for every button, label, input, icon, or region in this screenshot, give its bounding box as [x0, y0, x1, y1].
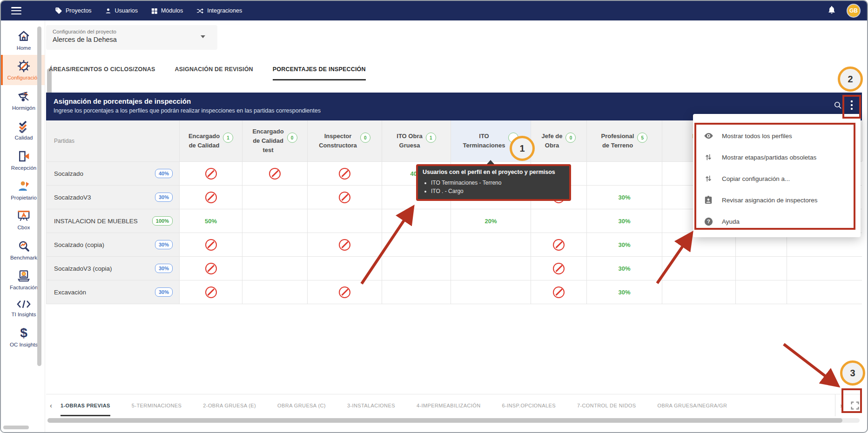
- percentage-cell[interactable]: [308, 186, 382, 209]
- nav-item-proyectos[interactable]: Proyectos: [55, 7, 92, 14]
- swap-icon: [703, 153, 713, 161]
- partida-percentage-badge: 30%: [155, 264, 173, 273]
- tooltip-title: Usuarios con el perfil en el proyecto y …: [423, 169, 565, 175]
- kebab-menu-icon[interactable]: [850, 100, 854, 110]
- nav-item-usuarios[interactable]: Usuarios: [105, 7, 138, 14]
- project-selector[interactable]: Configuración del proyecto Alerces de la…: [46, 25, 217, 50]
- bottom-tab-6-insp-opcionales[interactable]: 6-INSP.OPCIONALES: [502, 394, 555, 416]
- percentage-cell[interactable]: [451, 280, 531, 304]
- menu-item-copiar-configuraci-n-a-[interactable]: Copiar configuración a...: [693, 168, 861, 189]
- partida-cell: SocalzadoV330%: [47, 186, 180, 209]
- percentage-cell[interactable]: [531, 280, 587, 304]
- menu-item-revisar-asignaci-n-de-inspectores[interactable]: Revisar asignación de inspectores: [693, 189, 861, 211]
- percentage-cell[interactable]: [242, 209, 308, 233]
- user-avatar[interactable]: GB: [847, 4, 861, 18]
- percentage-cell[interactable]: [180, 233, 242, 256]
- bottom-tab-5-terminaciones[interactable]: 5-TERMINACIONES: [132, 394, 182, 416]
- bottom-tab-4-impermeabilizaci-n[interactable]: 4-IMPERMEABILIZACIÓN: [417, 394, 481, 416]
- percentage-cell[interactable]: [180, 257, 242, 280]
- sidebar-scrollbar[interactable]: [37, 27, 41, 366]
- percentage-cell[interactable]: [242, 162, 308, 185]
- search-icon[interactable]: [834, 101, 842, 110]
- percentage-cell[interactable]: [587, 162, 662, 185]
- percentage-cell[interactable]: [308, 209, 382, 233]
- project-selector-value: Alerces de la Dehesa: [53, 36, 211, 43]
- table-header-col: InspectorConstructora0: [308, 120, 382, 161]
- percentage-cell[interactable]: [736, 257, 787, 280]
- horizontal-scrollbar-thumb[interactable]: [47, 418, 842, 423]
- percentage-cell[interactable]: [382, 280, 451, 304]
- tab-asignaci-n-de-revisi-n[interactable]: ASIGNACIÓN DE REVISIÓN: [175, 66, 253, 80]
- percentage-cell[interactable]: [308, 233, 382, 256]
- percentage-cell[interactable]: [382, 233, 451, 256]
- percentage-cell[interactable]: [531, 233, 587, 256]
- chevron-down-icon: [201, 35, 205, 38]
- blocked-icon: [205, 286, 217, 298]
- percentage-cell[interactable]: [451, 257, 531, 280]
- percentage-cell[interactable]: [382, 209, 451, 233]
- percentage-cell[interactable]: [180, 162, 242, 185]
- tab-porcentajes-de-inspecci-n[interactable]: PORCENTAJES DE INSPECCIÓN: [273, 66, 366, 80]
- percentage-cell[interactable]: 30%: [587, 233, 662, 256]
- percentage-cell[interactable]: 30%: [587, 209, 662, 233]
- horizontal-scrollbar-track: [47, 418, 860, 423]
- percentage-cell[interactable]: 50%: [180, 209, 242, 233]
- nav-item-integraciones[interactable]: Integraciones: [196, 7, 242, 14]
- menu-item-ayuda[interactable]: ?Ayuda: [693, 211, 861, 232]
- percentage-cell[interactable]: [308, 162, 382, 185]
- percentage-cell[interactable]: 30%: [587, 257, 662, 280]
- menu-item-mostrar-todos-los-perfiles[interactable]: Mostrar todos los perfiles: [693, 125, 861, 147]
- hamburger-menu-icon[interactable]: [11, 7, 21, 14]
- bottom-tab-3-instalaciones[interactable]: 3-INSTALACIONES: [347, 394, 395, 416]
- svg-text:$: $: [20, 326, 27, 340]
- bottom-tab-2-obra-gruesa-e-[interactable]: 2-OBRA GRUESA (E): [203, 394, 256, 416]
- chevron-right-icon[interactable]: ›: [840, 401, 842, 409]
- tab--reas-recintos-o-ciclos-zonas[interactable]: ÁREAS/RECINTOS O CICLOS/ZONAS: [49, 66, 155, 80]
- sidebar-item-label: TI Insights: [11, 311, 36, 318]
- bottom-tab-obra-gruesa-negra-gr[interactable]: OBRA GRUESA/NEGRA/GR: [658, 394, 727, 416]
- percentage-cell[interactable]: [382, 257, 451, 280]
- column-label: ITO ObraGruesa: [397, 132, 422, 150]
- percentage-cell[interactable]: 20%: [451, 209, 531, 233]
- bottom-tab-1-obras-previas[interactable]: 1-OBRAS PREVIAS: [61, 394, 110, 416]
- percentage-cell[interactable]: [242, 280, 308, 304]
- nav-item-label: Módulos: [161, 7, 183, 14]
- grid-icon: [151, 7, 158, 14]
- percentage-cell[interactable]: [787, 280, 863, 304]
- percentage-cell[interactable]: [662, 257, 736, 280]
- nav-item-módulos[interactable]: Módulos: [151, 7, 183, 14]
- percentage-cell[interactable]: [531, 257, 587, 280]
- percentage-cell[interactable]: 30%: [587, 186, 662, 209]
- percentage-cell[interactable]: [180, 186, 242, 209]
- tooltip-item: ITO . - Cargo: [431, 188, 565, 194]
- dollar-icon: $: [18, 326, 29, 340]
- blocked-icon: [269, 168, 281, 180]
- percentage-cell[interactable]: [787, 257, 863, 280]
- owner-icon: [17, 179, 31, 193]
- bottom-tab-obra-gruesa-c-[interactable]: OBRA GRUESA (C): [277, 394, 326, 416]
- percentage-cell[interactable]: [451, 233, 531, 256]
- blocked-icon: [339, 168, 350, 180]
- percentage-cell[interactable]: [662, 280, 736, 304]
- profile-users-tooltip: Usuarios con el perfil en el proyecto y …: [416, 164, 571, 201]
- notifications-bell-icon[interactable]: [827, 5, 836, 16]
- fullscreen-button[interactable]: [848, 399, 862, 413]
- sidebar-horizontal-scrollbar[interactable]: [3, 426, 29, 429]
- panel-context-menu: Mostrar todos los perfilesMostrar etapas…: [693, 114, 861, 237]
- percentage-cell[interactable]: [736, 280, 787, 304]
- percentage-value: 30%: [618, 265, 630, 272]
- percentage-cell[interactable]: [531, 209, 587, 233]
- sidebar-item-label: Hormigón: [12, 105, 35, 111]
- bottom-tab-7-control-de-nidos[interactable]: 7-CONTROL DE NIDOS: [577, 394, 636, 416]
- percentage-cell[interactable]: [242, 233, 308, 256]
- menu-item-mostrar-etapas-partidas-obsoletas[interactable]: Mostrar etapas/partidas obsoletas: [693, 147, 861, 168]
- percentage-cell[interactable]: [242, 186, 308, 209]
- chevron-left-icon[interactable]: ‹: [50, 401, 52, 409]
- partida-name: Socalzado: [54, 170, 83, 177]
- percentage-cell[interactable]: [180, 280, 242, 304]
- percentage-cell[interactable]: 30%: [587, 280, 662, 304]
- gear-pencil-icon: [17, 59, 31, 73]
- percentage-cell[interactable]: [308, 280, 382, 304]
- percentage-cell[interactable]: [242, 257, 308, 280]
- percentage-cell[interactable]: [308, 257, 382, 280]
